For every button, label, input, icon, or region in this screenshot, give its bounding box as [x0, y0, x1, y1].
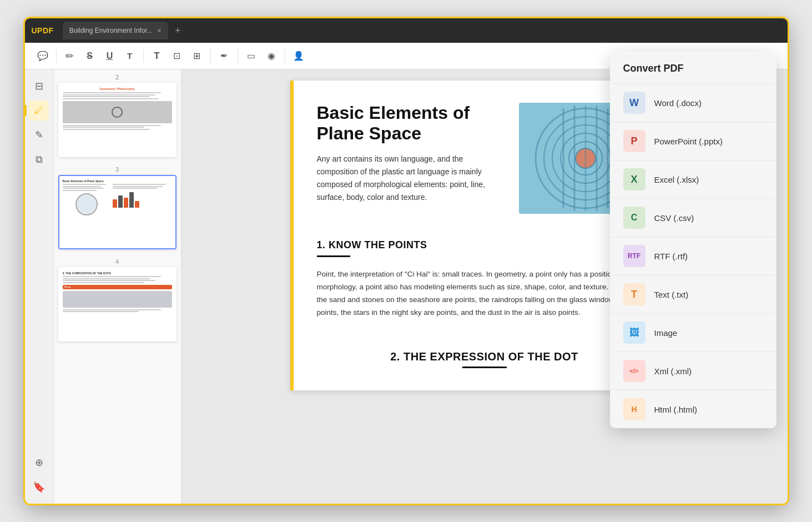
- csv-icon: C: [623, 207, 645, 229]
- convert-text-label: Text (.txt): [654, 290, 689, 299]
- color-picker-button[interactable]: ◉: [263, 47, 280, 65]
- layers-sidebar-button[interactable]: ⊕: [29, 453, 49, 473]
- pdf-main-title: Basic Elements of Plane Space: [317, 103, 506, 144]
- tab-title: Building Environment Infor...: [69, 27, 153, 34]
- app-logo: UPDF: [32, 26, 54, 35]
- convert-rtf-button[interactable]: RTF RTF (.rtf): [610, 237, 776, 275]
- pdf-left-accent: [290, 81, 294, 390]
- underline-button[interactable]: U: [101, 47, 119, 65]
- convert-pdf-panel: Convert PDF W Word (.docx) P PowerPoint …: [610, 52, 776, 428]
- new-tab-button[interactable]: +: [175, 25, 181, 37]
- thumbnail-page-4-content: 3. THE COMPOSITION OF THE DOTS String: [59, 268, 175, 340]
- edit-sidebar-button[interactable]: ✎: [29, 125, 49, 145]
- thumbnail-page-4-label: 4: [58, 258, 176, 265]
- convert-word-label: Word (.docx): [654, 98, 702, 108]
- toolbar-separator-4: [238, 49, 238, 63]
- convert-panel-title: Convert PDF: [610, 52, 776, 83]
- convert-excel-label: Excel (.xlsx): [654, 175, 699, 184]
- pdf-section2-underline: [462, 367, 507, 368]
- thumbnail-page-3-frame: Basic Elements of Plane Space: [58, 175, 176, 249]
- convert-word-button[interactable]: W Word (.docx): [610, 83, 776, 122]
- xml-icon: </>: [623, 360, 645, 382]
- bold-text-button[interactable]: T: [148, 47, 166, 65]
- thumbnail-page-2[interactable]: 2 Geometric Philosophy: [58, 74, 176, 157]
- active-indicator: [25, 105, 27, 116]
- text-box-button[interactable]: ⊡: [168, 47, 186, 65]
- convert-image-label: Image: [654, 328, 678, 338]
- pdf-section2-heading: 2. THE EXPRESSION OF THE DOT: [317, 350, 652, 363]
- strikethrough-button[interactable]: S: [81, 47, 99, 65]
- convert-csv-label: CSV (.csv): [654, 213, 694, 223]
- pdf-section1-underline: [317, 255, 350, 257]
- thumbnail-page-3-content: Basic Elements of Plane Space: [59, 176, 175, 248]
- thumbnail-page-2-label: 2: [58, 74, 176, 81]
- shape-button[interactable]: ▭: [243, 47, 260, 65]
- highlight-sidebar-icon: 🖊: [34, 106, 43, 116]
- pdf-title-block: Basic Elements of Plane Space Any art co…: [317, 103, 506, 217]
- pdf-page-content: Basic Elements of Plane Space Any art co…: [317, 103, 652, 368]
- user-button[interactable]: 👤: [290, 47, 307, 65]
- thumbnail-page-3[interactable]: 3 Basic Elements of Plane Space: [58, 166, 176, 249]
- tab-close-button[interactable]: ×: [157, 27, 162, 34]
- bookmark-icon: 🔖: [33, 481, 45, 493]
- title-bar: UPDF Building Environment Infor... × +: [25, 18, 788, 43]
- thumbnail-page-2-frame: Geometric Philosophy: [58, 83, 176, 157]
- convert-xml-button[interactable]: </> Xml (.xml): [610, 352, 776, 390]
- pdf-intro: Any art contains its own language, and t…: [317, 153, 506, 204]
- thumbnails-icon: ⊟: [35, 80, 43, 92]
- thumb4-string-label: String: [64, 285, 71, 288]
- convert-rtf-label: RTF (.rtf): [654, 252, 688, 261]
- thumb3-bars: [113, 191, 172, 208]
- thumb3-header: Basic Elements of Plane Space: [63, 179, 172, 183]
- thumb3-circle: [75, 193, 98, 215]
- thumb3-right-col: [113, 184, 172, 218]
- thumb2-lines2: [63, 125, 172, 130]
- convert-text-button[interactable]: T Text (.txt): [610, 275, 776, 313]
- rtf-icon: RTF: [623, 245, 645, 267]
- pdf-section2-block: 2. THE EXPRESSION OF THE DOT: [317, 350, 652, 368]
- image-icon: 🖼: [623, 322, 645, 344]
- convert-excel-button[interactable]: X Excel (.xlsx): [610, 160, 776, 198]
- convert-image-button[interactable]: 🖼 Image: [610, 313, 776, 352]
- layers-icon: ⊕: [35, 456, 43, 469]
- toolbar-separator-5: [285, 49, 285, 63]
- powerpoint-icon: P: [623, 130, 645, 152]
- thumbnail-page-3-label: 3: [58, 166, 176, 173]
- thumbnail-page-4-frame: 3. THE COMPOSITION OF THE DOTS String: [58, 267, 176, 342]
- pdf-section1-block: 1. KNOW THE POINTS Point, the interpreta…: [317, 239, 652, 319]
- thumbnail-page-4[interactable]: 4 3. THE COMPOSITION OF THE DOTS String: [58, 258, 176, 342]
- text-icon: T: [623, 283, 645, 305]
- toolbar-separator-1: [56, 49, 57, 63]
- text-button[interactable]: T: [121, 47, 139, 65]
- draw-button[interactable]: ✒: [215, 47, 233, 65]
- toolbar-separator-3: [210, 49, 211, 63]
- table-button[interactable]: ⊞: [188, 47, 206, 65]
- pdf-section1-text: Point, the interpretation of "Ci Hai" is…: [317, 268, 652, 319]
- convert-xml-label: Xml (.xml): [654, 367, 692, 376]
- thumb4-section: 3. THE COMPOSITION OF THE DOTS: [63, 272, 172, 275]
- thumbnails-sidebar-button[interactable]: ⊟: [29, 76, 49, 96]
- thumb2-lines: [63, 92, 172, 99]
- pencil-button[interactable]: ✏: [61, 47, 79, 65]
- convert-powerpoint-button[interactable]: P PowerPoint (.pptx): [610, 122, 776, 160]
- convert-html-button[interactable]: H Html (.html): [610, 390, 776, 428]
- copy-sidebar-button[interactable]: ⧉: [29, 149, 49, 169]
- thumb3-cols: [63, 184, 172, 218]
- pdf-section1-heading: 1. KNOW THE POINTS: [317, 239, 652, 251]
- copy-icon: ⧉: [36, 154, 43, 165]
- thumbnail-page-2-content: Geometric Philosophy: [59, 84, 175, 156]
- thumbnail-panel: 2 Geometric Philosophy: [54, 69, 181, 504]
- active-tab[interactable]: Building Environment Infor... ×: [63, 22, 168, 39]
- html-icon: H: [623, 398, 645, 420]
- convert-csv-button[interactable]: C CSV (.csv): [610, 198, 776, 237]
- bookmark-sidebar-button[interactable]: 🔖: [29, 477, 49, 497]
- thumb2-image: [63, 101, 172, 123]
- app-window: UPDF Building Environment Infor... × + 💬…: [23, 17, 789, 505]
- highlight-sidebar-button[interactable]: 🖊: [29, 101, 49, 121]
- convert-html-label: Html (.html): [654, 405, 698, 414]
- excel-icon: X: [623, 168, 645, 190]
- thumb3-left-col: [63, 184, 111, 218]
- word-icon: W: [623, 92, 645, 114]
- thumb4-image: [63, 291, 172, 308]
- comment-button[interactable]: 💬: [34, 47, 52, 65]
